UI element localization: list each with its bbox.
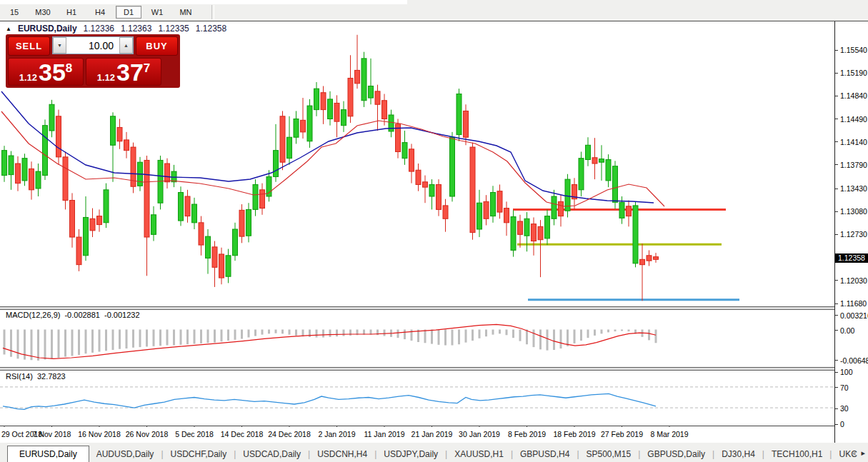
buy-price-big: 37 (116, 61, 144, 83)
timeframe-button-W1[interactable]: W1 (144, 6, 170, 19)
candle (266, 170, 271, 201)
toolbar-separator (211, 5, 214, 19)
volume-increase-button[interactable]: ▲ (119, 37, 133, 54)
candle (633, 201, 638, 267)
macd-histogram-bar (289, 330, 291, 335)
candle (16, 156, 21, 191)
tab-USDCHF-Daily[interactable]: USDCHF,Daily (164, 446, 234, 462)
candle (2, 146, 7, 182)
macd-histogram-bar (132, 330, 134, 348)
candle (239, 204, 244, 243)
tab-USDJPY-Daily[interactable]: USDJPY,Daily (376, 446, 445, 462)
candle (117, 119, 122, 149)
candle (219, 248, 224, 285)
candle (49, 100, 54, 137)
buy-button[interactable]: BUY (136, 36, 178, 56)
macd-histogram-bar (329, 330, 331, 337)
candle (212, 241, 217, 287)
candle (280, 111, 285, 170)
sell-price-tile[interactable]: 1.12 35 8 (8, 58, 84, 86)
timeframe-button-H1[interactable]: H1 (59, 6, 84, 19)
tab-SP500-M15[interactable]: SP500,M15 (579, 446, 639, 462)
candle (511, 210, 516, 256)
candle (274, 124, 279, 182)
pane-splitter-rsi[interactable] (0, 367, 834, 371)
tab-AUDUSD-Daily[interactable]: AUDUSD,Daily (89, 446, 161, 462)
timeframe-button-15[interactable]: 15 (1, 6, 27, 19)
candle (29, 161, 34, 199)
tab-XAUUSD-H1[interactable]: XAUUSD,H1 (447, 446, 511, 462)
candle (497, 184, 502, 219)
macd-histogram-bar (472, 330, 474, 341)
macd-histogram-bar (479, 330, 481, 338)
timeframe-button-M30[interactable]: M30 (30, 6, 56, 19)
price-axis-label: 1.11680 (835, 299, 867, 308)
candle (355, 35, 360, 89)
candle (654, 253, 659, 263)
candle (307, 99, 312, 148)
candle (450, 132, 455, 201)
date-axis[interactable]: 29 Oct 20187 Nov 201816 Nov 201826 Nov 2… (0, 427, 834, 443)
macd-histogram-bar (295, 330, 297, 336)
rsi-axis-label: 0 (835, 420, 844, 428)
price-axis-label: 1.13430 (835, 184, 867, 193)
timeframe-button-D1[interactable]: D1 (116, 6, 141, 19)
tab-GBPUSD-Daily[interactable]: GBPUSD,Daily (640, 446, 712, 462)
candle (76, 229, 81, 271)
tab-USDCNH-H4[interactable]: USDCNH,H4 (310, 446, 374, 462)
candle (552, 190, 557, 226)
tab-EURUSD-Daily[interactable]: EURUSD,Daily (7, 446, 89, 462)
macd-histogram-bar (186, 330, 189, 345)
tab-scroll-right-icon[interactable]: ▸ (861, 448, 865, 458)
macd-histogram-bar (44, 330, 46, 360)
candle (361, 52, 366, 107)
candle (484, 195, 489, 225)
macd-histogram-bar (485, 330, 487, 337)
ohlc-close: 1.12358 (196, 24, 226, 34)
candle (457, 89, 462, 141)
tab-GBPUSD-H4[interactable]: GBPUSD,H4 (513, 446, 577, 462)
tab-DJ30-H4[interactable]: DJ30,H4 (714, 446, 762, 462)
candle (640, 243, 645, 301)
candle (36, 164, 41, 196)
date-axis-label: 8 Feb 2019 (508, 430, 546, 438)
macd-histogram-bar (37, 330, 39, 361)
candle (369, 59, 374, 104)
macd-signal-value: -0.001232 (104, 311, 140, 319)
macd-histogram-bar (173, 330, 175, 346)
ohlc-low: 1.12335 (158, 24, 189, 34)
tab-scroll-left-icon[interactable]: ◂ (852, 448, 856, 458)
candle (294, 111, 299, 144)
date-axis-label: 14 Dec 2018 (221, 430, 264, 438)
axis-tick (835, 164, 838, 165)
timeframe-button-H4[interactable]: H4 (87, 6, 113, 19)
macd-histogram-bar (553, 330, 555, 350)
macd-histogram-bar (58, 330, 60, 358)
volume-spinner: ▼ ▲ (52, 36, 134, 54)
timeframe-button-MN[interactable]: MN (173, 6, 199, 19)
macd-label: MACD(12,26,9) -0.002881 -0.001232 (6, 311, 140, 319)
volume-decrease-button[interactable]: ▼ (53, 37, 66, 54)
macd-histogram-bar (648, 330, 650, 341)
macd-histogram-bar (153, 330, 155, 346)
price-axis-label: 1.14840 (835, 91, 867, 100)
macd-histogram-bar (99, 330, 101, 352)
macd-histogram-bar (234, 330, 236, 340)
macd-histogram-bar (261, 330, 264, 335)
date-axis-label: 8 Mar 2019 (650, 430, 688, 438)
candle (532, 217, 537, 255)
tab-TECH100-H1[interactable]: TECH100,H1 (764, 446, 829, 462)
tab-USDCAD-Daily[interactable]: USDCAD,Daily (236, 446, 308, 462)
candle (647, 250, 652, 266)
buy-price-tile[interactable]: 1.12 37 7 (86, 58, 161, 86)
collapse-chart-icon[interactable]: ▲ (6, 26, 11, 32)
macd-histogram-bar (594, 330, 596, 336)
macd-histogram-bar (397, 330, 399, 338)
axis-tick (835, 189, 838, 189)
sell-button[interactable]: SELL (8, 36, 50, 56)
pane-splitter-macd[interactable] (0, 306, 834, 310)
price-axis[interactable]: 1.155401.151901.148401.144901.141401.137… (834, 21, 868, 443)
candle (179, 186, 184, 226)
candle (396, 119, 401, 158)
volume-input[interactable] (66, 37, 119, 54)
